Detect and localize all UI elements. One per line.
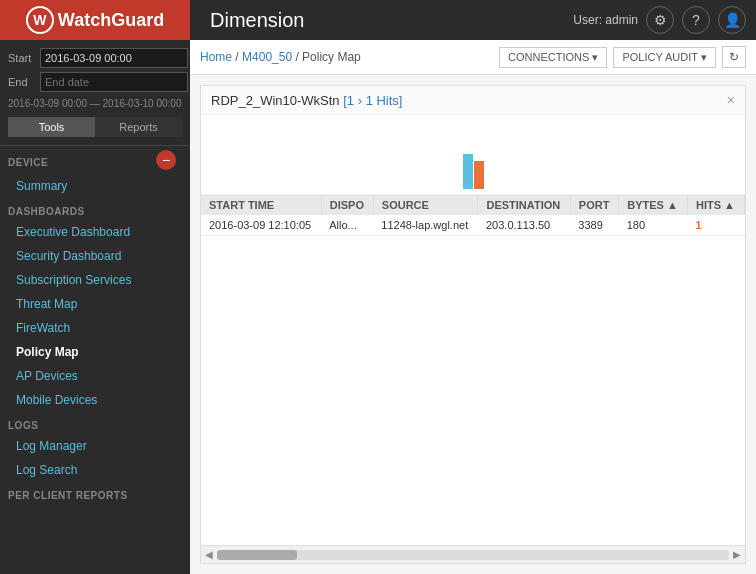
breadcrumb: Home / M400_50 / Policy Map xyxy=(200,50,361,64)
col-destination[interactable]: DESTINATION xyxy=(478,195,570,215)
app-title: Dimension xyxy=(190,9,573,32)
logo-area: W WatchGuard xyxy=(0,0,190,40)
watchguard-logo-w: W xyxy=(26,6,54,34)
col-start-time[interactable]: START TIME xyxy=(201,195,321,215)
panel-hits-link[interactable]: [1 › 1 Hits] xyxy=(343,93,402,108)
cell-disposition: Allo... xyxy=(321,215,373,236)
settings-icon[interactable]: ⚙ xyxy=(646,6,674,34)
sidebar-item-policy-map[interactable]: Policy Map xyxy=(0,340,190,364)
policy-audit-chevron-icon: ▾ xyxy=(701,51,707,64)
col-port[interactable]: PORT xyxy=(570,195,618,215)
horizontal-scrollbar[interactable]: ◀ ▶ xyxy=(201,545,745,563)
table-row[interactable]: 2016-03-09 12:10:05 Allo... 11248-lap.wg… xyxy=(201,215,745,236)
chart-area xyxy=(201,115,745,195)
scroll-left-arrow[interactable]: ◀ xyxy=(205,549,213,560)
panel-header: RDP_2_Win10-WkStn [1 › 1 Hits] × xyxy=(201,86,745,115)
connections-chevron-icon: ▾ xyxy=(592,51,598,64)
end-date-row: End xyxy=(8,72,182,92)
table-container[interactable]: START TIME DISPO SOURCE DESTINATION PORT… xyxy=(201,195,745,545)
breadcrumb-home[interactable]: Home xyxy=(200,50,232,64)
bar-orange xyxy=(474,161,484,189)
breadcrumb-current: Policy Map xyxy=(302,50,361,64)
start-date-input[interactable] xyxy=(40,48,188,68)
help-icon[interactable]: ? xyxy=(682,6,710,34)
user-label: User: admin xyxy=(573,13,638,27)
panel-close-button[interactable]: × xyxy=(727,92,735,108)
sidebar-item-mobile-devices[interactable]: Mobile Devices xyxy=(0,388,190,412)
sidebar-item-ap-devices[interactable]: AP Devices xyxy=(0,364,190,388)
topbar-right: CONNECTIONS ▾ POLICY AUDIT ▾ ↻ xyxy=(499,46,746,68)
chart-bars xyxy=(463,120,484,189)
sidebar-item-summary[interactable]: Summary xyxy=(0,174,190,198)
tools-tab[interactable]: Tools xyxy=(8,117,95,137)
cell-bytes: 180 xyxy=(619,215,688,236)
device-section-label: DEVICE xyxy=(0,149,56,171)
logs-section-label: LOGS xyxy=(0,412,190,434)
policy-map-table: START TIME DISPO SOURCE DESTINATION PORT… xyxy=(201,195,745,236)
sidebar-item-threat-map[interactable]: Threat Map xyxy=(0,292,190,316)
device-section-header-row: DEVICE − xyxy=(0,146,190,174)
header-right: User: admin ⚙ ? 👤 xyxy=(573,6,756,34)
dashboards-section-label: DASHBOARDS xyxy=(0,198,190,220)
reports-tab[interactable]: Reports xyxy=(95,117,182,137)
sidebar-item-subscription[interactable]: Subscription Services xyxy=(0,268,190,292)
panel-title: RDP_2_Win10-WkStn [1 › 1 Hits] xyxy=(211,93,402,108)
scroll-right-arrow[interactable]: ▶ xyxy=(733,549,741,560)
sidebar-item-log-manager[interactable]: Log Manager xyxy=(0,434,190,458)
policy-audit-dropdown-button[interactable]: POLICY AUDIT ▾ xyxy=(613,47,716,68)
col-source[interactable]: SOURCE xyxy=(373,195,478,215)
sidebar-item-executive[interactable]: Executive Dashboard xyxy=(0,220,190,244)
connections-dropdown-button[interactable]: CONNECTIONS ▾ xyxy=(499,47,607,68)
policy-map-panel: RDP_2_Win10-WkStn [1 › 1 Hits] × xyxy=(200,85,746,564)
scroll-thumb[interactable] xyxy=(217,550,297,560)
refresh-button[interactable]: ↻ xyxy=(722,46,746,68)
tools-reports-tabs: Tools Reports xyxy=(8,117,182,137)
main-layout: Start End 2016-03-09 00:00 — 2016-03-10 … xyxy=(0,40,756,574)
content-area: Home / M400_50 / Policy Map CONNECTIONS … xyxy=(190,40,756,574)
start-label: Start xyxy=(8,52,40,64)
per-client-section-label: PER CLIENT REPORTS xyxy=(0,482,190,504)
end-label: End xyxy=(8,76,40,88)
cell-destination: 203.0.113.50 xyxy=(478,215,570,236)
collapse-device-button[interactable]: − xyxy=(156,150,176,170)
scroll-track[interactable] xyxy=(217,550,729,560)
cell-start-time: 2016-03-09 12:10:05 xyxy=(201,215,321,236)
sidebar-item-security[interactable]: Security Dashboard xyxy=(0,244,190,268)
app-header: W WatchGuard Dimension User: admin ⚙ ? 👤 xyxy=(0,0,756,40)
sidebar-item-log-search[interactable]: Log Search xyxy=(0,458,190,482)
col-bytes[interactable]: BYTES ▲ xyxy=(619,195,688,215)
date-section: Start End 2016-03-09 00:00 — 2016-03-10 … xyxy=(0,40,190,146)
col-hits[interactable]: HITS ▲ xyxy=(687,195,744,215)
user-icon[interactable]: 👤 xyxy=(718,6,746,34)
cell-hits: 1 xyxy=(687,215,744,236)
table-body: 2016-03-09 12:10:05 Allo... 11248-lap.wg… xyxy=(201,215,745,236)
table-header: START TIME DISPO SOURCE DESTINATION PORT… xyxy=(201,195,745,215)
cell-source: 11248-lap.wgl.net xyxy=(373,215,478,236)
sidebar: Start End 2016-03-09 00:00 — 2016-03-10 … xyxy=(0,40,190,574)
col-disposition[interactable]: DISPO xyxy=(321,195,373,215)
cell-port: 3389 xyxy=(570,215,618,236)
start-date-row: Start xyxy=(8,48,182,68)
bar-blue xyxy=(463,154,473,189)
bar-group-1 xyxy=(463,154,484,189)
date-range-label: 2016-03-09 00:00 — 2016-03-10 00:00 xyxy=(8,96,182,111)
logo-text: WatchGuard xyxy=(58,10,164,31)
sidebar-item-firewatch[interactable]: FireWatch xyxy=(0,316,190,340)
end-date-input[interactable] xyxy=(40,72,188,92)
breadcrumb-device[interactable]: M400_50 xyxy=(242,50,292,64)
topbar: Home / M400_50 / Policy Map CONNECTIONS … xyxy=(190,40,756,75)
